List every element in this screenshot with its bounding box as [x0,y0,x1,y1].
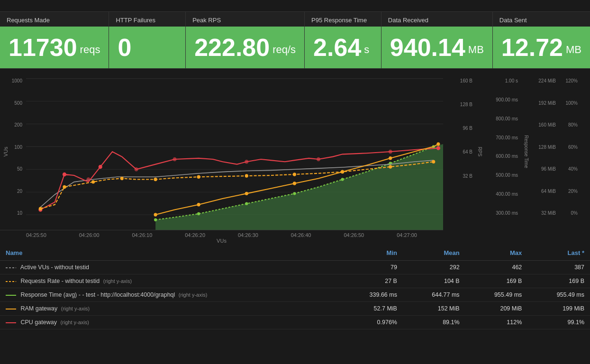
y-axis-left-label: 10 [7,210,22,216]
metric-value-box-data-received: 940.14 MB [381,27,492,68]
metric-unit-p95-response-time: s [364,44,369,56]
svg-point-22 [317,157,320,162]
svg-point-23 [389,150,392,154]
svg-point-28 [120,177,124,180]
svg-point-11 [293,192,296,195]
series-line-4 [6,322,16,323]
legend-row-2: Response Time (avg) - - test - http://lo… [0,288,590,302]
svg-point-8 [154,218,157,221]
chart-canvas [26,73,443,230]
y-axis-left-label: 1000 [7,78,22,83]
svg-point-10 [245,202,248,205]
series-last-0: 387 [527,261,590,274]
series-max-1: 169 B [465,274,528,288]
response-time-axis-label: Response Time [524,135,529,168]
col-min: Min [340,246,403,261]
series-line-2 [6,295,16,296]
metric-value-p95-response-time: 2.64 [313,35,361,60]
y-axis-left-label: 200 [7,122,22,127]
svg-point-26 [63,185,66,189]
metric-unit-peak-rps: req/s [272,44,296,56]
series-note: (right y-axis) [179,292,208,298]
series-line-3 [6,309,16,309]
legend-row-4: CPU gateway (right y-axis) 0.976% 89.1% … [0,316,590,329]
series-max-0: 462 [465,261,528,274]
y-axis-vu-label: VUs [3,147,9,157]
metric-unit-data-sent: MB [566,44,581,56]
metric-value-box-peak-rps: 222.80 req/s [186,27,304,68]
series-min-0: 79 [340,261,403,274]
metric-label-data-sent: Data Sent [493,12,590,27]
series-mean-3: 152 MiB [403,302,465,316]
series-min-2: 339.66 ms [340,288,403,302]
x-axis-title: VUs [0,238,443,246]
svg-point-30 [197,175,200,179]
metric-value-data-received: 940.14 [390,35,465,60]
svg-point-18 [99,165,102,169]
legend-row-0: Active VUs - without testid 79 292 462 3… [0,261,590,274]
series-mean-1: 104 B [403,274,465,288]
series-min-4: 0.976% [340,316,403,329]
y-axis-left: 1000 500 200 100 50 20 10 VUs [0,73,26,230]
svg-point-32 [293,173,296,176]
series-note: (right y-axis) [60,319,89,325]
svg-point-42 [436,142,440,146]
col-last: Last * [527,246,590,261]
series-name-label: Requests Rate - without testid [20,278,100,284]
chart-section: 1000 500 200 100 50 20 10 VUs [0,69,590,329]
metrics-row: Requests Made 11730 reqs HTTP Failures 0… [0,12,590,69]
series-name-cell: CPU gateway (right y-axis) [0,316,340,329]
metric-label-http-failures: HTTP Failures [109,12,185,27]
svg-point-38 [245,192,248,195]
series-name-label: Response Time (avg) - - test - http://lo… [20,291,175,298]
series-mean-2: 644.77 ms [403,288,465,302]
svg-point-25 [39,207,42,210]
y-axis-pct: 120% 100% 80% 60% 40% 20% 0% [558,73,580,230]
series-last-4: 99.1% [527,316,590,329]
y-axis-left-label: 100 [7,145,22,150]
metric-label-p95-response-time: P95 Response Time [305,12,381,27]
svg-point-24 [436,146,440,150]
metric-label-requests-made: Requests Made [0,12,109,27]
series-name-label: CPU gateway [20,319,56,326]
metric-label-peak-rps: Peak RPS [186,12,304,27]
metric-card-http-failures: HTTP Failures 0 [109,12,186,68]
metric-card-data-sent: Data Sent 12.72 MB [493,12,590,68]
svg-point-39 [293,182,296,185]
series-note: (right y-axis) [103,278,132,284]
series-mean-0: 292 [403,261,465,274]
y-axis-mib: 224 MiB 192 MiB 160 MiB 128 MiB 96 MiB 6… [531,73,558,230]
metric-card-peak-rps: Peak RPS 222.80 req/s [186,12,305,68]
legend-row-3: RAM gateway (right y-axis) 52.7 MiB 152 … [0,302,590,316]
series-name-cell: Requests Rate - without testid (right y-… [0,274,340,288]
metric-value-data-sent: 12.72 [501,35,563,60]
metric-value-box-data-sent: 12.72 MB [493,27,590,68]
series-line-1 [6,281,16,282]
y-axis-left-label: 50 [7,166,22,172]
col-mean: Mean [403,246,465,261]
svg-point-34 [389,165,392,168]
metric-label-data-received: Data Received [381,12,492,27]
series-max-4: 112% [465,316,528,329]
y-axis-rps: 160 B 128 B 96 B 64 B 32 B [443,73,475,230]
metric-value-requests-made: 11730 [9,35,77,60]
series-mean-4: 89.1% [403,316,465,329]
metric-card-data-received: Data Received 940.14 MB [381,12,493,68]
series-note: (right y-axis) [61,306,90,311]
metric-value-box-requests-made: 11730 reqs [0,27,109,68]
col-name: Name [0,246,340,261]
svg-point-19 [135,167,138,172]
svg-point-29 [154,178,157,181]
series-name-cell: Response Time (avg) - - test - http://lo… [0,288,340,302]
series-name-label: Active VUs - without testid [20,264,89,271]
series-min-3: 52.7 MiB [340,302,403,316]
svg-point-41 [389,156,392,160]
svg-point-27 [91,180,95,183]
series-last-1: 169 B [527,274,590,288]
svg-point-16 [63,173,66,177]
metric-card-p95-response-time: P95 Response Time 2.64 s [305,12,381,68]
series-name-cell: Active VUs - without testid [0,261,340,274]
rps-axis-label: RPS [477,147,482,157]
metric-value-peak-rps: 222.80 [194,35,270,60]
y-axis-left-label: 20 [7,189,22,194]
